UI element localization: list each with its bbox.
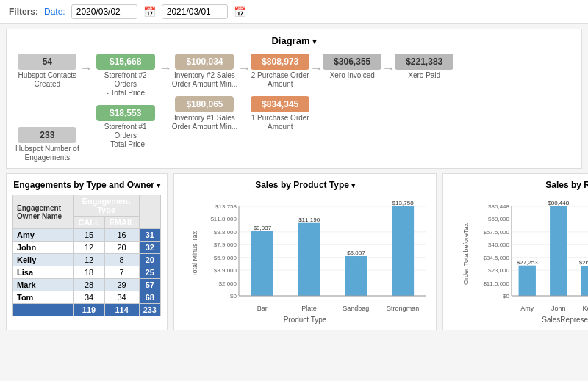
svg-text:$11.8,000: $11.8,000 (210, 216, 237, 222)
calendar-icon-from[interactable]: 📅 (143, 6, 156, 18)
eng-call-tom: 34 (74, 291, 104, 304)
bar-sandbag (345, 256, 367, 296)
diagram-col-6: $221,383 Xero Paid (395, 54, 453, 80)
diagram-flow: 54 Hubspot ContactsCreated 233 Hubspot N… (15, 54, 573, 162)
eng-total-amy: 31 (139, 229, 160, 242)
eng-email-tom: 34 (104, 291, 139, 304)
sales-product-x-label: Product Type (180, 316, 430, 324)
eng-email-lisa: 7 (104, 266, 139, 279)
node-inventory1-label: Inventory #1 SalesOrder Amount Min... (172, 114, 237, 131)
svg-text:$23,000: $23,000 (488, 267, 509, 274)
svg-text:$9,937: $9,937 (254, 225, 272, 231)
eng-total-john: 32 (139, 242, 160, 254)
eng-total-kelly: 20 (139, 254, 160, 266)
y-axis-label-product: Total Minus Tax (180, 193, 209, 314)
sales-rep-chart-svg: $0$11.5,000$23,000$34.5,000$46,000$57.5,… (482, 193, 588, 314)
node-inventory1-box: $180,065 (175, 96, 234, 112)
svg-text:$57.5,000: $57.5,000 (483, 229, 509, 236)
eng-total-total: 233 (139, 304, 160, 316)
svg-text:Amy: Amy (520, 305, 534, 312)
diagram-section: Diagram 54 Hubspot ContactsCreated 233 H… (6, 29, 582, 169)
eng-total-call: 119 (74, 304, 104, 316)
sales-rep-chart-container: Order TotalbeforeTax $0$11.5,000$23,000$… (449, 193, 588, 314)
eng-total-tom: 68 (139, 291, 160, 304)
node-storefront1: $18,553 Storefront #1 Orders- Total Pric… (93, 105, 159, 149)
y-label-rep-text: Order TotalbeforeTax (462, 223, 470, 285)
bar-bar (251, 231, 273, 296)
diagram-col-2: $15,668 Storefront #2 Orders- Total Pric… (93, 54, 159, 149)
eng-call-kelly: 12 (74, 254, 104, 266)
node-xero-paid-label: Xero Paid (408, 71, 440, 80)
engagements-title[interactable]: Engagements by Type and Owner (12, 180, 161, 190)
node-inventory2: $100,034 Inventory #2 SalesOrder Amount … (172, 54, 237, 89)
svg-text:$11.5,000: $11.5,000 (483, 280, 509, 287)
svg-text:John: John (551, 305, 566, 312)
node-purchase2: $808,973 2 Purchase OrderAmount (251, 54, 309, 89)
engagements-table: Engagement Owner Name Engagement Type CA… (12, 195, 161, 316)
node-inventory2-label: Inventory #2 SalesOrder Amount Min... (172, 71, 237, 89)
eng-name-kelly: Kelly (13, 254, 74, 266)
col-total-header (139, 195, 160, 229)
diagram-title[interactable]: Diagram (15, 35, 573, 46)
diagram-col-1: 54 Hubspot ContactsCreated 233 Hubspot N… (15, 54, 79, 162)
eng-total-lisa: 25 (139, 266, 160, 279)
date-filter-label[interactable]: Date: (44, 7, 65, 17)
node-hubspot-contacts-label: Hubspot ContactsCreated (18, 71, 77, 89)
eng-total-mark: 57 (139, 279, 160, 291)
svg-text:$13,758: $13,758 (215, 203, 237, 210)
svg-text:$80,448: $80,448 (548, 200, 569, 206)
arrow-icon-5: → (381, 61, 395, 76)
eng-total-email: 114 (104, 304, 139, 316)
col-call-header: CALL (74, 217, 104, 229)
calendar-icon-to[interactable]: 📅 (234, 6, 246, 18)
y-label-product-text: Total Minus Tax (191, 231, 198, 277)
node-storefront1-box: $18,553 (96, 105, 155, 121)
eng-email-mark: 29 (104, 279, 139, 291)
date-to-input[interactable] (162, 4, 228, 19)
arrow-icon-3: → (237, 61, 251, 76)
node-purchase1-label: 1 Purchase OrderAmount (251, 114, 309, 131)
bottom-row: Engagements by Type and Owner Engagement… (6, 173, 582, 330)
svg-text:$34.5,000: $34.5,000 (483, 255, 509, 261)
eng-name-amy: Amy (13, 229, 74, 242)
node-storefront1-label: Storefront #1 Orders- Total Price (93, 123, 159, 149)
arrow-3: → (237, 61, 251, 76)
svg-text:Bar: Bar (257, 305, 268, 312)
sales-product-title[interactable]: Sales by Product Type (180, 180, 430, 190)
svg-text:$3.9,000: $3.9,000 (214, 267, 237, 274)
svg-text:$46,000: $46,000 (488, 242, 509, 248)
arrow-5: → (381, 61, 395, 76)
sales-product-chart-svg: $0$2,000$3.9,000$5.9,000$7.9,000$9.8,000… (209, 193, 430, 314)
node-purchase1: $834,345 1 Purchase OrderAmount (251, 96, 309, 131)
sales-product-chart-container: Total Minus Tax $0$2,000$3.9,000$5.9,000… (180, 193, 430, 314)
svg-text:$0: $0 (230, 293, 237, 300)
sales-rep-x-label: SalesRepresentative (449, 316, 588, 324)
svg-text:Strongman: Strongman (387, 305, 419, 312)
sales-rep-title[interactable]: Sales by Rep (449, 180, 588, 190)
arrow-1: → (79, 61, 93, 76)
date-from-input[interactable] (71, 4, 137, 19)
svg-text:$11,196: $11,196 (298, 217, 320, 223)
eng-email-kelly: 8 (104, 254, 139, 266)
bar-john (550, 206, 567, 296)
diagram-col-5: $306,355 Xero Invoiced (323, 54, 381, 80)
eng-name-mark: Mark (13, 279, 74, 291)
node-hubspot-contacts-box: 54 (18, 54, 76, 70)
node-purchase2-label: 2 Purchase OrderAmount (251, 71, 309, 89)
col-type-header: Engagement Type (74, 195, 139, 217)
svg-text:Plate: Plate (301, 305, 317, 312)
bar-kelly (581, 266, 588, 296)
bar-amy (519, 266, 536, 296)
bar-plate (298, 223, 320, 296)
arrow-icon-2: → (159, 61, 172, 76)
eng-call-mark: 28 (74, 279, 104, 291)
svg-text:$2,000: $2,000 (219, 280, 237, 287)
svg-text:$80,448: $80,448 (488, 203, 509, 210)
eng-name-tom: Tom (13, 291, 74, 304)
node-storefront2-label: Storefront #2 Orders- Total Price (93, 71, 159, 98)
filter-bar: Filters: Date: 📅 📅 (0, 0, 588, 24)
arrow-4: → (309, 61, 323, 76)
svg-text:$9.8,000: $9.8,000 (214, 229, 237, 236)
svg-text:Kelly: Kelly (582, 305, 588, 312)
filter-label: Filters: (9, 7, 38, 17)
